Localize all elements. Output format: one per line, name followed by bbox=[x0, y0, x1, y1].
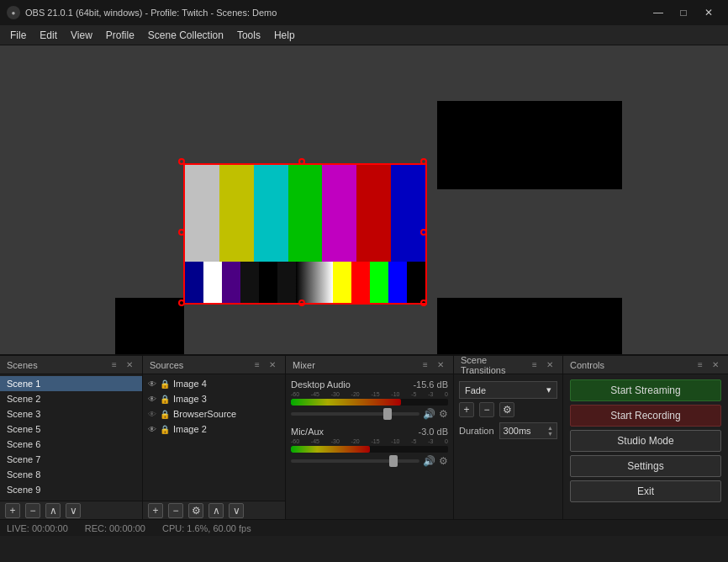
selection-handle-tc[interactable] bbox=[298, 158, 305, 165]
source-item[interactable]: 👁 🔒 BrowserSource bbox=[143, 406, 285, 422]
settings-button[interactable]: Settings bbox=[570, 455, 721, 477]
selection-handle-bl[interactable] bbox=[178, 300, 185, 306]
selection-handle-ml[interactable] bbox=[178, 229, 185, 236]
mic-aux-settings-icon[interactable]: ⚙ bbox=[439, 455, 448, 467]
sources-add-button[interactable]: + bbox=[148, 503, 163, 518]
lock-icon[interactable]: 🔒 bbox=[160, 395, 170, 404]
lock-icon[interactable]: 🔒 bbox=[160, 379, 170, 389]
menu-view[interactable]: View bbox=[64, 28, 99, 43]
transitions-panel-icons: ≡ ✕ bbox=[529, 359, 556, 371]
mixer-panel: Mixer ≡ ✕ Desktop Audio -15.6 dB -60-45-… bbox=[286, 356, 454, 519]
eye-icon[interactable]: 👁 bbox=[148, 425, 156, 434]
duration-up-arrow[interactable]: ▲ bbox=[547, 425, 553, 431]
black-region-bl bbox=[115, 298, 184, 355]
transition-add-button[interactable]: + bbox=[459, 402, 474, 417]
sources-settings-button[interactable]: ⚙ bbox=[188, 503, 203, 518]
selection-handle-br[interactable] bbox=[420, 300, 427, 306]
sources-down-button[interactable]: ∨ bbox=[229, 503, 244, 518]
scenes-panel-icons: ≡ ✕ bbox=[108, 359, 135, 371]
close-button[interactable]: ✕ bbox=[696, 0, 721, 25]
transition-type-value: Fade bbox=[465, 385, 486, 395]
menu-file[interactable]: File bbox=[3, 28, 33, 43]
black-region-tr bbox=[437, 101, 622, 189]
source-item[interactable]: 👁 🔒 Image 2 bbox=[143, 422, 285, 437]
black-region-br bbox=[437, 298, 622, 355]
menu-edit[interactable]: Edit bbox=[33, 28, 64, 43]
desktop-audio-fader[interactable] bbox=[291, 412, 419, 416]
scenes-down-button[interactable]: ∨ bbox=[66, 503, 81, 518]
scene-item[interactable]: Scene 8 bbox=[0, 467, 142, 482]
scene-item[interactable]: Scene 7 bbox=[0, 452, 142, 467]
maximize-button[interactable]: □ bbox=[671, 0, 696, 25]
source-item[interactable]: 👁 🔒 Image 4 bbox=[143, 376, 285, 391]
mic-aux-fader[interactable] bbox=[291, 459, 419, 463]
mic-aux-mute-icon[interactable]: 🔊 bbox=[423, 455, 435, 467]
lock-icon[interactable]: 🔒 bbox=[160, 425, 170, 434]
transition-remove-button[interactable]: − bbox=[479, 402, 494, 417]
sources-up-button[interactable]: ∧ bbox=[208, 503, 224, 518]
mic-aux-ticks: -60-45-30-20-15-10-5-30 bbox=[291, 438, 448, 446]
eye-icon[interactable]: 👁 bbox=[148, 395, 156, 404]
source-item[interactable]: 👁 🔒 Image 3 bbox=[143, 391, 285, 406]
scenes-add-button[interactable]: + bbox=[5, 503, 20, 518]
start-recording-button[interactable]: Start Recording bbox=[570, 405, 721, 427]
menu-profile[interactable]: Profile bbox=[99, 28, 141, 43]
transitions-panel: Scene Transitions ≡ ✕ Fade ▾ + − ⚙ Durat… bbox=[454, 356, 563, 519]
sources-close-icon[interactable]: ✕ bbox=[266, 359, 278, 371]
scene-item[interactable]: Scene 3 bbox=[0, 406, 142, 422]
desktop-audio-header: Desktop Audio -15.6 dB bbox=[291, 379, 448, 390]
selection-handle-tr[interactable] bbox=[420, 158, 427, 165]
controls-panel-header: Controls ≡ ✕ bbox=[563, 356, 728, 374]
mixer-config-icon[interactable]: ≡ bbox=[419, 359, 431, 371]
transition-type-select[interactable]: Fade ▾ bbox=[459, 381, 557, 399]
controls-panel: Controls ≡ ✕ Start Streaming Start Recor… bbox=[563, 356, 728, 519]
controls-config-icon[interactable]: ≡ bbox=[694, 359, 706, 371]
scenes-remove-button[interactable]: − bbox=[25, 503, 40, 518]
controls-close-icon[interactable]: ✕ bbox=[710, 359, 721, 371]
desktop-audio-mute-icon[interactable]: 🔊 bbox=[423, 408, 435, 420]
selection-handle-bc[interactable] bbox=[298, 300, 305, 306]
start-streaming-button[interactable]: Start Streaming bbox=[570, 379, 721, 401]
selection-handle-tl[interactable] bbox=[178, 158, 185, 165]
scene-item[interactable]: Scene 2 bbox=[0, 391, 142, 406]
menu-scene-collection[interactable]: Scene Collection bbox=[141, 28, 230, 43]
transition-settings-button[interactable]: ⚙ bbox=[499, 402, 514, 417]
scenes-up-button[interactable]: ∧ bbox=[45, 503, 61, 518]
scene-item[interactable]: Scene 1 bbox=[0, 376, 142, 391]
sources-config-icon[interactable]: ≡ bbox=[251, 359, 263, 371]
transitions-config-icon[interactable]: ≡ bbox=[529, 359, 541, 371]
mixer-content: Desktop Audio -15.6 dB -60-45-30-20-15-1… bbox=[286, 374, 453, 519]
desktop-audio-settings-icon[interactable]: ⚙ bbox=[439, 408, 448, 420]
eye-hidden-icon[interactable]: 👁 bbox=[148, 410, 156, 419]
menu-tools[interactable]: Tools bbox=[230, 28, 267, 43]
app-icon: ● bbox=[7, 6, 20, 19]
scenes-close-icon[interactable]: ✕ bbox=[124, 359, 135, 371]
studio-mode-button[interactable]: Studio Mode bbox=[570, 430, 721, 452]
mixer-panel-header: Mixer ≡ ✕ bbox=[286, 356, 453, 374]
desktop-audio-ticks: -60-45-30-20-15-10-5-30 bbox=[291, 391, 448, 399]
live-status-text: LIVE: 00:00:00 bbox=[7, 523, 68, 533]
mixer-close-icon[interactable]: ✕ bbox=[435, 359, 446, 371]
mixer-title: Mixer bbox=[293, 360, 315, 370]
scenes-config-icon[interactable]: ≡ bbox=[108, 359, 120, 371]
eye-icon[interactable]: 👁 bbox=[148, 379, 156, 389]
scene-item[interactable]: Scene 6 bbox=[0, 437, 142, 452]
duration-down-arrow[interactable]: ▼ bbox=[547, 431, 553, 437]
duration-value: 300ms bbox=[504, 426, 547, 436]
scene-item[interactable]: Scene 9 bbox=[0, 482, 142, 497]
minimize-button[interactable]: ― bbox=[646, 0, 671, 25]
scene-item[interactable]: Scene 5 bbox=[0, 422, 142, 437]
scenes-footer: + − ∧ ∨ bbox=[0, 501, 142, 519]
transitions-close-icon[interactable]: ✕ bbox=[544, 359, 556, 371]
desktop-audio-db: -15.6 dB bbox=[413, 379, 448, 390]
menu-help[interactable]: Help bbox=[267, 28, 302, 43]
sources-title: Sources bbox=[150, 360, 183, 370]
desktop-audio-label: Desktop Audio bbox=[291, 379, 351, 390]
sources-remove-button[interactable]: − bbox=[168, 503, 183, 518]
color-bars-bottom bbox=[185, 262, 425, 303]
duration-input[interactable]: 300ms ▲ ▼ bbox=[499, 422, 557, 439]
exit-button[interactable]: Exit bbox=[570, 480, 721, 502]
lock-icon[interactable]: 🔒 bbox=[160, 410, 170, 419]
selection-handle-mr[interactable] bbox=[420, 229, 427, 236]
preview-area[interactable] bbox=[0, 45, 728, 355]
